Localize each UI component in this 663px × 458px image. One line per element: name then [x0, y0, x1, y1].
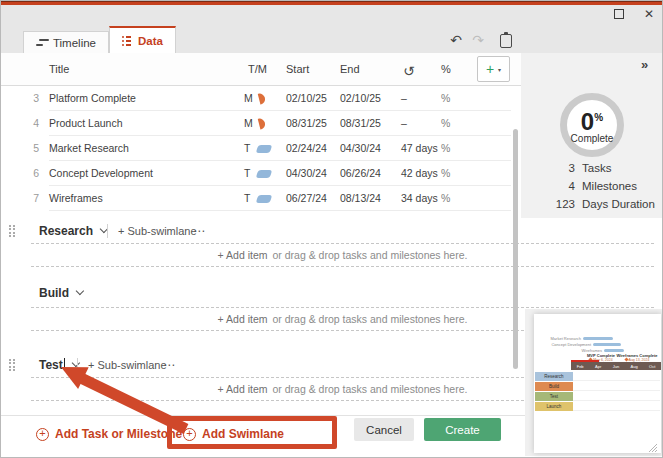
add-row-button[interactable]: + ▾ [477, 56, 510, 82]
task-shape-icon [256, 195, 273, 203]
more-options-icon[interactable]: ⋯ [163, 358, 176, 372]
stat-value: 3 [521, 162, 575, 174]
milestone-shape-icon [258, 92, 266, 104]
percent-sign: % [594, 112, 603, 123]
completion-ring: 0% Complete [560, 93, 624, 157]
stat-label: Tasks [582, 162, 611, 174]
swimlane-name-editing[interactable]: Test [39, 358, 79, 372]
preview-lane-label: Launch [535, 402, 573, 411]
more-options-icon[interactable]: ⋯ [193, 224, 206, 238]
addin-window: ✕ Timeline Data ↶ ↷ Title T/M Start End … [0, 0, 663, 458]
tab-timeline-label: Timeline [53, 37, 96, 49]
drag-handle-icon[interactable] [9, 225, 18, 238]
cancel-button[interactable]: Cancel [354, 418, 414, 441]
timeline-icon [36, 39, 46, 47]
add-item-link[interactable]: + Add item [218, 249, 268, 261]
preview-milestone: Wireframes Complete Aug 13, 2024 [616, 354, 658, 362]
task-shape-icon [256, 145, 273, 153]
table-row[interactable]: 5 Market Research T 02/24/24 04/30/24 47… [1, 136, 514, 161]
milestone-shape-icon [258, 117, 266, 129]
add-item-link[interactable]: + Add item [218, 383, 268, 395]
tab-timeline[interactable]: Timeline [23, 31, 109, 53]
table-header-row: Title T/M Start End ↺ % [1, 53, 521, 86]
maximize-icon[interactable] [614, 9, 624, 19]
preview-timeline-band: FebAprJunAugOct [571, 362, 661, 370]
drop-hint: or drag & drop tasks and milestones here… [272, 249, 467, 261]
resize-grip-icon[interactable] [647, 442, 658, 453]
col-tm: T/M [248, 63, 267, 75]
table-row[interactable]: 6 Concept Development T 04/30/24 06/26/2… [1, 161, 514, 186]
create-button[interactable]: Create [424, 418, 501, 441]
percent-value: 0 [581, 108, 594, 135]
preview-task-bar [583, 337, 613, 340]
undo-icon[interactable]: ↶ [447, 32, 465, 48]
stat-label: Milestones [582, 180, 637, 192]
drop-hint: or drag & drop tasks and milestones here… [272, 383, 467, 395]
complete-label: Complete [571, 133, 614, 144]
caret-down-icon: ▾ [498, 66, 501, 73]
chevron-down-icon [76, 287, 84, 295]
table-row[interactable]: 3 Platform Complete M 02/10/25 02/10/25 … [1, 86, 514, 111]
preview-bar-label: Concept Development [544, 343, 591, 347]
col-end: End [340, 63, 360, 75]
preview-lane-label: Build [535, 382, 573, 391]
swimlane-name[interactable]: Build [39, 286, 83, 300]
col-percent: % [441, 63, 451, 75]
chevron-down-icon [72, 359, 80, 367]
swimlane-header-build[interactable]: Build [1, 281, 516, 305]
col-start: Start [286, 63, 309, 75]
slide-preview-thumbnail[interactable]: Market Research Concept Development Wire… [534, 314, 661, 453]
preview-lane-label: Research [535, 372, 573, 381]
tab-bar: Timeline Data [1, 27, 662, 53]
annotation-highlight-box [167, 416, 337, 449]
redo-icon[interactable]: ↷ [469, 32, 487, 48]
table-row[interactable]: 4 Product Launch M 08/31/25 08/31/25 – % [1, 111, 514, 136]
swimlane-name[interactable]: Research [39, 224, 107, 238]
preview-task-bar [604, 349, 624, 352]
tab-data-label: Data [138, 35, 163, 47]
preview-lane-label: Test [535, 392, 573, 401]
stat-label: Days Duration [582, 198, 655, 210]
stat-value: 123 [521, 198, 575, 210]
data-list-icon [122, 36, 131, 46]
tab-data[interactable]: Data [109, 26, 176, 53]
drop-zone[interactable]: + Add item or drag & drop tasks and mile… [31, 243, 654, 267]
add-sub-swimlane-button[interactable]: + Sub-swimlane [88, 359, 167, 371]
col-title: Title [49, 63, 69, 75]
add-sub-swimlane-button[interactable]: + Sub-swimlane [118, 225, 197, 237]
swimlane-header-test[interactable]: Test + Sub-swimlane ⋯ [1, 353, 516, 377]
text-cursor [64, 358, 65, 371]
drop-hint: or drag & drop tasks and milestones here… [272, 313, 467, 325]
titlebar [1, 5, 662, 27]
drag-handle-icon[interactable] [9, 359, 18, 372]
duration-history-icon[interactable]: ↺ [403, 63, 415, 79]
paste-clipboard-icon[interactable] [500, 34, 512, 48]
summary-stats: 3Tasks 4Milestones 123Days Duration [521, 159, 663, 213]
milestone-diamond-icon [624, 357, 628, 361]
add-item-link[interactable]: + Add item [218, 313, 268, 325]
preview-task-bar [593, 343, 621, 346]
close-icon[interactable]: ✕ [642, 6, 656, 22]
stat-value: 4 [521, 180, 575, 192]
table-row[interactable]: 7 Wireframes T 06/27/24 08/13/24 34 days… [1, 186, 514, 211]
task-shape-icon [256, 170, 273, 178]
add-task-or-milestone-button[interactable]: + Add Task or Milestone [36, 427, 182, 441]
plus-icon: + [486, 62, 494, 76]
vertical-scrollbar[interactable] [513, 129, 518, 369]
swimlane-header-research[interactable]: Research + Sub-swimlane ⋯ [1, 219, 516, 243]
circle-plus-icon: + [36, 428, 49, 441]
collapse-panel-icon[interactable]: » [641, 57, 648, 72]
preview-bar-label: Market Research [536, 337, 581, 341]
